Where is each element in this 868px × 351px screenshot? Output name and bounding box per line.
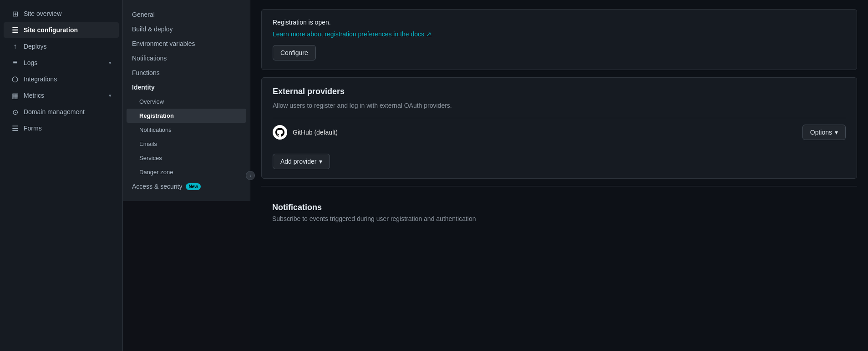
github-icon [273,125,287,140]
midnav-services[interactable]: Services [123,151,250,165]
notifications-description: Subscribe to events triggered during use… [272,215,846,222]
registration-docs-link[interactable]: Learn more about registration preference… [273,30,431,38]
integrations-icon: ⬡ [11,75,19,83]
midnav-functions[interactable]: Functions [123,65,250,80]
sidebar: ⊞ Site overview ☰ Site configuration ↑ D… [0,0,123,351]
site-config-icon: ☰ [11,26,19,34]
midnav-registration[interactable]: Registration [127,109,246,123]
sidebar-item-domain-management[interactable]: ⊙ Domain management [4,104,119,120]
notifications-section: Notifications Subscribe to events trigge… [261,194,857,231]
add-provider-button[interactable]: Add provider ▾ [273,154,330,169]
registration-status: Registration is open. [273,19,846,26]
collapse-mid-nav-button[interactable]: ‹ [246,171,255,180]
site-overview-icon: ⊞ [11,10,19,18]
sidebar-item-label: Deploys [24,43,47,50]
section-divider [261,186,857,186]
github-provider-name: GitHub (default) [293,129,338,136]
new-badge: New [186,183,201,190]
midnav-build-deploy[interactable]: Build & deploy [123,22,250,36]
add-provider-chevron-icon: ▾ [319,158,322,165]
registration-open-card: Registration is open. Learn more about r… [261,9,857,70]
sidebar-item-label: Integrations [24,75,57,83]
options-chevron-icon: ▾ [835,129,838,136]
logs-chevron-icon: ▾ [109,60,112,66]
options-button[interactable]: Options ▾ [802,125,846,140]
sidebar-item-site-overview[interactable]: ⊞ Site overview [4,6,119,21]
sidebar-item-integrations[interactable]: ⬡ Integrations [4,71,119,87]
midnav-access-security[interactable]: Access & security New [123,179,250,194]
midnav-overview[interactable]: Overview [123,95,250,109]
main-content: Registration is open. Learn more about r… [250,0,868,351]
midnav-identity[interactable]: Identity [123,80,250,95]
midnav-env-vars[interactable]: Environment variables [123,36,250,51]
metrics-chevron-icon: ▾ [109,93,112,99]
sidebar-item-forms[interactable]: ☰ Forms [4,120,119,136]
add-provider-row: Add provider ▾ [273,154,846,169]
notifications-title: Notifications [272,203,846,212]
deploys-icon: ↑ [11,42,19,50]
mid-nav: General Build & deploy Environment varia… [123,0,250,201]
external-link-icon: ↗ [426,30,431,38]
external-providers-card: External providers Allow users to regist… [261,77,857,179]
domain-icon: ⊙ [11,108,19,116]
sidebar-item-label: Site configuration [24,26,78,34]
midnav-notifications[interactable]: Notifications [123,51,250,65]
sidebar-item-label: Domain management [24,108,85,115]
configure-button[interactable]: Configure [273,45,316,60]
github-provider-row: GitHub (default) Options ▾ [273,118,846,146]
metrics-icon: ▦ [11,91,19,100]
sidebar-item-label: Site overview [24,10,61,17]
logs-icon: ≡ [11,59,19,67]
sidebar-item-deploys[interactable]: ↑ Deploys [4,39,119,54]
forms-icon: ☰ [11,124,19,132]
provider-info: GitHub (default) [273,125,338,140]
sidebar-item-site-configuration[interactable]: ☰ Site configuration [4,22,119,38]
midnav-general[interactable]: General [123,7,250,22]
sidebar-item-label: Forms [24,125,42,132]
external-providers-title: External providers [273,87,846,96]
midnav-identity-notifications[interactable]: Notifications [123,123,250,137]
sidebar-item-label: Logs [24,59,37,66]
sidebar-item-metrics[interactable]: ▦ Metrics ▾ [4,88,119,103]
external-providers-description: Allow users to register and log in with … [273,101,846,110]
sidebar-item-logs[interactable]: ≡ Logs ▾ [4,55,119,70]
midnav-emails[interactable]: Emails [123,137,250,151]
midnav-danger-zone[interactable]: Danger zone [123,165,250,179]
sidebar-item-label: Metrics [24,92,44,99]
